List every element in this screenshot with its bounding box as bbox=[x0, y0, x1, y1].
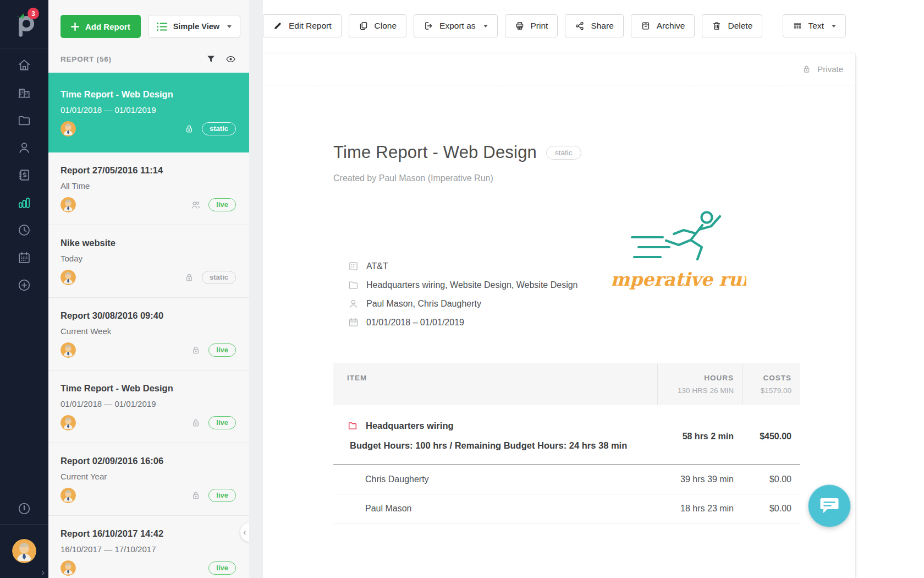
chat-icon bbox=[820, 497, 839, 515]
report-list-item[interactable]: Nike website Today static bbox=[48, 225, 249, 298]
chat-bubble-button[interactable] bbox=[809, 485, 850, 527]
status-badge: static bbox=[202, 271, 236, 284]
reports-icon[interactable] bbox=[17, 195, 31, 210]
users-detail: Paul Mason, Chris Daugherty bbox=[348, 298, 800, 309]
report-list-item[interactable]: Report 02/09/2016 16:06 Current Year liv… bbox=[48, 443, 249, 516]
row-costs: $0.00 bbox=[743, 475, 800, 484]
view-format-label: Text bbox=[809, 21, 824, 31]
paymo-logo[interactable]: 3 bbox=[0, 0, 48, 48]
share-button[interactable]: Share bbox=[565, 14, 623, 37]
panel-main-divider bbox=[249, 0, 263, 578]
clone-label: Clone bbox=[375, 21, 397, 31]
report-item-title: Report 02/09/2016 16:06 bbox=[61, 456, 236, 466]
report-item-title: Time Report - Web Design bbox=[61, 383, 236, 394]
lock-icon bbox=[190, 490, 201, 501]
add-icon[interactable] bbox=[17, 278, 31, 292]
date-range-detail: 01/01/2018 – 01/01/2019 bbox=[348, 317, 800, 328]
total-hours: 130 HRS 26 MIN bbox=[658, 386, 734, 396]
table-row: Chris Daugherty 39 hrs 39 min $0.00 bbox=[333, 465, 800, 494]
report-item-title: Report 27/05/2016 11:14 bbox=[61, 165, 236, 176]
table-row: Paul Mason 18 hrs 23 min $0.00 bbox=[333, 494, 800, 524]
report-list-item[interactable]: Time Report - Web Design 01/01/2018 — 01… bbox=[48, 370, 249, 443]
logo-text: imperative run bbox=[612, 269, 746, 290]
table-rows: Chris Daugherty 39 hrs 39 min $0.00 Paul… bbox=[333, 464, 800, 524]
created-by: Created by Paul Mason (Imperative Run) bbox=[333, 173, 800, 183]
report-item-title: Nike website bbox=[61, 238, 236, 248]
lock-icon bbox=[184, 272, 195, 283]
caret-down-icon bbox=[227, 25, 232, 28]
status-badge: live bbox=[208, 343, 236, 357]
list-view-icon bbox=[157, 22, 167, 31]
view-format-dropdown[interactable]: Text bbox=[783, 14, 846, 37]
report-item-dates: 01/01/2018 — 01/01/2019 bbox=[61, 399, 236, 408]
report-item-dates: All Time bbox=[61, 181, 236, 190]
report-title: Time Report - Web Design bbox=[333, 143, 537, 162]
share-label: Share bbox=[591, 21, 613, 31]
avatar bbox=[61, 415, 76, 430]
invoices-icon[interactable] bbox=[17, 168, 31, 182]
archive-label: Archive bbox=[657, 21, 685, 31]
eye-icon[interactable] bbox=[226, 54, 236, 64]
report-status-badge: static bbox=[546, 146, 581, 160]
main-content: Edit Report Clone Export as Print Share bbox=[263, 0, 924, 578]
clients-icon[interactable] bbox=[17, 85, 31, 100]
projects-icon[interactable] bbox=[17, 113, 31, 127]
status-badge: live bbox=[208, 198, 236, 211]
edit-report-label: Edit Report bbox=[289, 21, 332, 31]
export-as-label: Export as bbox=[439, 21, 475, 31]
time-tracking-icon[interactable] bbox=[17, 223, 31, 237]
list-header-label: REPORT (56) bbox=[61, 55, 112, 63]
report-list-item[interactable]: Report 30/08/2016 09:40 Current Week liv… bbox=[48, 298, 249, 370]
delete-button[interactable]: Delete bbox=[702, 14, 762, 37]
notification-badge[interactable]: 3 bbox=[28, 8, 39, 19]
share-icon bbox=[575, 21, 585, 31]
group-hours: 58 hrs 2 min bbox=[657, 432, 743, 441]
filter-icon[interactable] bbox=[206, 54, 216, 64]
expand-chevron-icon[interactable]: › bbox=[41, 568, 45, 577]
archive-button[interactable]: Archive bbox=[631, 14, 695, 37]
report-list-item[interactable]: Report 16/10/2017 14:42 16/10/2017 — 17/… bbox=[48, 516, 249, 578]
report-list-panel: Add Report Simple View REPORT (56) Time … bbox=[48, 0, 249, 578]
report-table: ITEM HOURS 130 HRS 26 MIN COSTS $1579.00 bbox=[333, 363, 800, 524]
projects-icon bbox=[348, 279, 359, 291]
home-icon[interactable] bbox=[17, 58, 31, 72]
calendar-icon bbox=[348, 317, 359, 328]
row-costs: $0.00 bbox=[743, 504, 800, 514]
project-group-row: Headquarters wiring Budget Hours: 100 hr… bbox=[333, 405, 800, 464]
col-costs-header: COSTS bbox=[743, 374, 791, 382]
caret-down-icon bbox=[483, 25, 488, 28]
users-text: Paul Mason, Chris Daugherty bbox=[366, 299, 481, 309]
export-as-button[interactable]: Export as bbox=[414, 14, 497, 37]
caret-down-icon bbox=[832, 25, 836, 28]
team-icon[interactable] bbox=[17, 140, 31, 155]
report-item-dates: Today bbox=[61, 254, 236, 263]
user-avatar[interactable] bbox=[12, 539, 36, 563]
status-badge: static bbox=[202, 122, 236, 135]
print-button[interactable]: Print bbox=[505, 14, 558, 37]
alerts-icon[interactable] bbox=[17, 501, 31, 516]
avatar bbox=[61, 342, 76, 358]
add-report-label: Add Report bbox=[85, 22, 130, 31]
view-mode-label: Simple View bbox=[173, 22, 219, 31]
plus-icon bbox=[71, 23, 79, 31]
project-name: Headquarters wiring bbox=[366, 421, 454, 431]
report-list-item[interactable]: Report 27/05/2016 11:14 All Time live bbox=[48, 152, 249, 225]
people-icon bbox=[190, 199, 201, 210]
report-item-dates: Current Week bbox=[61, 326, 236, 336]
report-list-item-selected[interactable]: Time Report - Web Design 01/01/2018 — 01… bbox=[48, 73, 249, 152]
clone-button[interactable]: Clone bbox=[349, 14, 407, 37]
add-report-button[interactable]: Add Report bbox=[61, 15, 141, 38]
row-user-name: Chris Daugherty bbox=[333, 475, 657, 484]
report-item-dates: 16/10/2017 — 17/10/2017 bbox=[61, 544, 236, 554]
row-hours: 39 hrs 39 min bbox=[657, 475, 743, 484]
view-mode-dropdown[interactable]: Simple View bbox=[148, 15, 240, 38]
row-hours: 18 hrs 23 min bbox=[657, 504, 743, 514]
edit-report-button[interactable]: Edit Report bbox=[263, 14, 342, 37]
delete-label: Delete bbox=[728, 21, 752, 31]
client-text: AT&T bbox=[366, 261, 388, 271]
privacy-label: Private bbox=[817, 64, 843, 74]
scheduling-icon[interactable] bbox=[17, 250, 31, 265]
report-document: Private Time Report - Web Design static … bbox=[263, 53, 855, 578]
runner-logo-image: imperative run bbox=[612, 209, 746, 297]
budget-hours-line: Budget Hours: 100 hrs / Remaining Budget… bbox=[350, 438, 636, 453]
